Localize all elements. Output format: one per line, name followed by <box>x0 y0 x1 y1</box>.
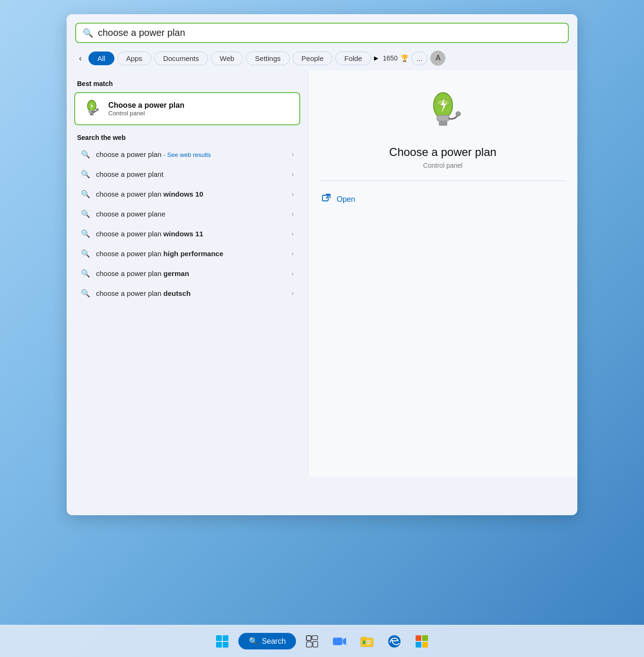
svg-rect-20 <box>333 638 342 645</box>
right-panel: Choose a power plan Control panel Open <box>308 70 577 477</box>
filter-tabs: ‹ All Apps Documents Web Settings People… <box>67 48 577 70</box>
svg-rect-28 <box>416 635 421 641</box>
score-value: 1650 <box>383 54 398 62</box>
search-input[interactable] <box>98 27 561 38</box>
windows-start-button[interactable] <box>211 630 234 653</box>
tab-settings[interactable]: Settings <box>246 52 289 65</box>
list-item[interactable]: 🔍 choose a power plan windows 11 › <box>70 224 304 243</box>
svg-rect-18 <box>306 642 312 647</box>
list-item[interactable]: 🔍 choose a power plant › <box>70 164 304 184</box>
chevron-right-icon: › <box>292 171 294 178</box>
search-icon: 🔍 <box>81 269 90 278</box>
svg-rect-15 <box>223 642 228 648</box>
svg-rect-8 <box>439 121 447 126</box>
search-icon: 🔍 <box>81 209 90 218</box>
list-item[interactable]: 🔍 choose a power plan windows 10 › <box>70 184 304 204</box>
open-label: Open <box>337 195 355 204</box>
svg-rect-30 <box>416 642 421 648</box>
taskbar-search-button[interactable]: 🔍 Search <box>238 633 296 649</box>
search-icon: 🔍 <box>81 229 90 238</box>
detail-subtitle: Control panel <box>423 162 462 169</box>
trophy-icon: 🏆 <box>400 54 409 62</box>
avatar[interactable]: A <box>430 51 445 66</box>
more-tabs-arrow[interactable]: ▶ <box>374 55 378 61</box>
best-match-item-title: Choose a power plan <box>108 101 184 110</box>
left-panel: Best match Choose <box>67 70 308 477</box>
svg-rect-23 <box>361 637 366 640</box>
tab-all[interactable]: All <box>88 52 114 65</box>
tab-apps[interactable]: Apps <box>117 52 151 65</box>
best-match-title: Best match <box>67 75 308 90</box>
web-search-text: choose a power plan german <box>96 269 286 277</box>
svg-rect-7 <box>437 115 449 121</box>
svg-rect-16 <box>306 636 311 640</box>
power-plan-icon <box>82 99 102 119</box>
best-match-text: Choose a power plan Control panel <box>108 101 184 117</box>
web-search-text: choose a power plan deutsch <box>96 289 286 297</box>
chevron-right-icon: › <box>292 151 294 158</box>
svg-rect-14 <box>216 642 222 648</box>
svg-rect-13 <box>223 635 228 641</box>
more-button[interactable]: ... <box>411 52 428 65</box>
web-search-text: choose a power plant <box>96 170 286 178</box>
chevron-right-icon: › <box>292 190 294 198</box>
tab-folders[interactable]: Folde <box>335 52 371 65</box>
chevron-right-icon: › <box>292 270 294 277</box>
svg-point-9 <box>456 112 461 116</box>
web-search-text: choose a power plan - See web results <box>96 150 286 158</box>
web-search-text: choose a power plan windows 10 <box>96 190 286 198</box>
search-icon: 🔍 <box>81 289 90 298</box>
svg-point-3 <box>96 108 99 111</box>
search-icon: 🔍 <box>249 637 258 646</box>
search-icon: 🔍 <box>81 190 90 199</box>
list-item[interactable]: 🔍 choose a power plan german › <box>70 264 304 283</box>
svg-rect-29 <box>422 635 428 641</box>
list-item[interactable]: 🔍 choose a power plane › <box>70 204 304 224</box>
tab-web[interactable]: Web <box>211 52 244 65</box>
svg-rect-11 <box>322 195 328 201</box>
chevron-right-icon: › <box>292 210 294 217</box>
main-content: Best match Choose <box>67 70 577 477</box>
divider <box>320 181 566 181</box>
best-match-item[interactable]: Choose a power plan Control panel <box>74 92 300 125</box>
search-window: 🔍 ‹ All Apps Documents Web Settings Peop… <box>67 14 577 515</box>
search-label: Search <box>262 637 286 646</box>
back-button[interactable]: ‹ <box>75 52 86 65</box>
web-search-text: choose a power plan windows 11 <box>96 230 286 238</box>
chevron-right-icon: › <box>292 290 294 297</box>
svg-rect-24 <box>363 640 366 644</box>
search-icon: 🔍 <box>83 28 93 38</box>
web-search-text: choose a power plan high performance <box>96 250 286 258</box>
svg-rect-12 <box>216 635 222 641</box>
task-view-button[interactable] <box>301 630 323 653</box>
chevron-right-icon: › <box>292 230 294 237</box>
score-area: 1650 🏆 <box>383 54 409 62</box>
tab-people[interactable]: People <box>293 52 333 65</box>
open-action[interactable]: Open <box>320 190 566 209</box>
edge-button[interactable] <box>383 630 406 653</box>
store-button[interactable] <box>410 630 433 653</box>
list-item[interactable]: 🔍 choose a power plan high performance › <box>70 244 304 263</box>
web-search-text: choose a power plane <box>96 210 286 218</box>
svg-rect-19 <box>313 641 318 647</box>
best-match-item-subtitle: Control panel <box>108 110 184 117</box>
tab-documents[interactable]: Documents <box>154 52 208 65</box>
files-button[interactable] <box>356 630 378 653</box>
list-item[interactable]: 🔍 choose a power plan - See web results … <box>70 145 304 164</box>
svg-rect-17 <box>312 636 318 640</box>
chevron-right-icon: › <box>292 250 294 257</box>
search-icon: 🔍 <box>81 170 90 179</box>
detail-actions: Open <box>320 190 566 209</box>
list-item[interactable]: 🔍 choose a power plan deutsch › <box>70 284 304 303</box>
svg-marker-21 <box>343 638 346 645</box>
detail-title: Choose a power plan <box>389 146 496 159</box>
search-icon: 🔍 <box>81 150 90 159</box>
search-icon: 🔍 <box>81 249 90 258</box>
svg-rect-31 <box>422 642 428 648</box>
zoom-button[interactable] <box>328 630 351 653</box>
web-search-title: Search the web <box>67 127 308 144</box>
taskbar: 🔍 Search <box>0 625 644 657</box>
search-bar: 🔍 <box>75 23 569 43</box>
open-icon <box>322 193 331 205</box>
detail-power-icon <box>422 89 464 138</box>
